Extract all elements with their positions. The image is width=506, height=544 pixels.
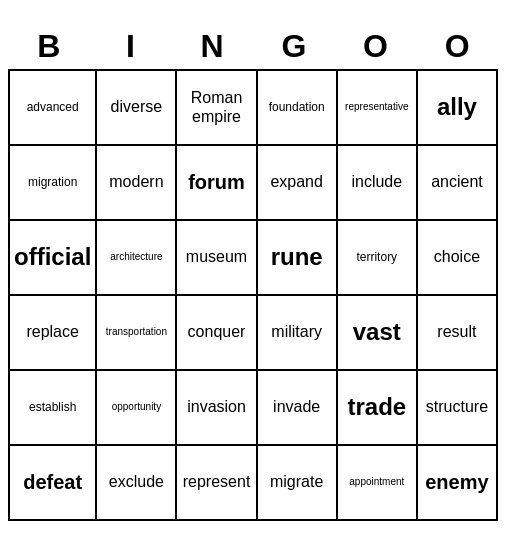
header-letter-n-2: N xyxy=(171,24,253,69)
bingo-cell-text-21: military xyxy=(271,322,322,341)
bingo-cell-22[interactable]: vast xyxy=(338,296,418,371)
bingo-cell-text-18: replace xyxy=(26,322,78,341)
bingo-header: BINGOO xyxy=(8,24,498,69)
bingo-cell-15[interactable]: rune xyxy=(258,221,338,296)
bingo-cell-text-32: represent xyxy=(183,472,251,491)
bingo-cell-8[interactable]: forum xyxy=(177,146,257,221)
bingo-cell-12[interactable]: official xyxy=(10,221,97,296)
bingo-cell-13[interactable]: architecture xyxy=(97,221,177,296)
bingo-cell-text-4: representative xyxy=(345,101,408,113)
bingo-cell-text-22: vast xyxy=(353,318,401,347)
bingo-cell-text-33: migrate xyxy=(270,472,323,491)
bingo-cell-21[interactable]: military xyxy=(258,296,338,371)
bingo-cell-text-23: result xyxy=(437,322,476,341)
bingo-cell-text-34: appointment xyxy=(349,476,404,488)
bingo-cell-text-3: foundation xyxy=(269,100,325,114)
bingo-cell-2[interactable]: Roman empire xyxy=(177,71,257,146)
header-letter-i-1: I xyxy=(90,24,172,69)
bingo-cell-text-30: defeat xyxy=(23,470,82,494)
bingo-cell-16[interactable]: territory xyxy=(338,221,418,296)
header-letter-b-0: B xyxy=(8,24,90,69)
bingo-cell-text-8: forum xyxy=(188,170,245,194)
bingo-cell-text-17: choice xyxy=(434,247,480,266)
bingo-cell-text-35: enemy xyxy=(425,470,488,494)
bingo-cell-3[interactable]: foundation xyxy=(258,71,338,146)
bingo-cell-text-25: opportunity xyxy=(112,401,161,413)
bingo-cell-24[interactable]: establish xyxy=(10,371,97,446)
bingo-cell-19[interactable]: transportation xyxy=(97,296,177,371)
bingo-cell-18[interactable]: replace xyxy=(10,296,97,371)
bingo-grid: advanceddiverseRoman empirefoundationrep… xyxy=(8,69,498,521)
bingo-cell-1[interactable]: diverse xyxy=(97,71,177,146)
bingo-cell-text-27: invade xyxy=(273,397,320,416)
bingo-cell-20[interactable]: conquer xyxy=(177,296,257,371)
bingo-cell-text-19: transportation xyxy=(106,326,167,338)
bingo-cell-28[interactable]: trade xyxy=(338,371,418,446)
header-letter-o-4: O xyxy=(335,24,417,69)
bingo-cell-text-14: museum xyxy=(186,247,247,266)
bingo-cell-35[interactable]: enemy xyxy=(418,446,498,521)
bingo-cell-14[interactable]: museum xyxy=(177,221,257,296)
bingo-cell-26[interactable]: invasion xyxy=(177,371,257,446)
bingo-cell-9[interactable]: expand xyxy=(258,146,338,221)
bingo-cell-5[interactable]: ally xyxy=(418,71,498,146)
bingo-card: BINGOO advanceddiverseRoman empirefounda… xyxy=(8,24,498,521)
bingo-cell-text-7: modern xyxy=(109,172,163,191)
bingo-cell-7[interactable]: modern xyxy=(97,146,177,221)
bingo-cell-text-5: ally xyxy=(437,93,477,122)
bingo-cell-11[interactable]: ancient xyxy=(418,146,498,221)
bingo-cell-31[interactable]: exclude xyxy=(97,446,177,521)
bingo-cell-25[interactable]: opportunity xyxy=(97,371,177,446)
bingo-cell-text-29: structure xyxy=(426,397,488,416)
bingo-cell-text-12: official xyxy=(14,243,91,272)
bingo-cell-23[interactable]: result xyxy=(418,296,498,371)
bingo-cell-33[interactable]: migrate xyxy=(258,446,338,521)
bingo-cell-text-13: architecture xyxy=(110,251,162,263)
bingo-cell-10[interactable]: include xyxy=(338,146,418,221)
bingo-cell-0[interactable]: advanced xyxy=(10,71,97,146)
bingo-cell-32[interactable]: represent xyxy=(177,446,257,521)
bingo-cell-text-26: invasion xyxy=(187,397,246,416)
bingo-cell-30[interactable]: defeat xyxy=(10,446,97,521)
bingo-cell-6[interactable]: migration xyxy=(10,146,97,221)
header-letter-o-5: O xyxy=(416,24,498,69)
bingo-cell-29[interactable]: structure xyxy=(418,371,498,446)
bingo-cell-text-2: Roman empire xyxy=(181,88,251,126)
bingo-cell-4[interactable]: representative xyxy=(338,71,418,146)
bingo-cell-text-1: diverse xyxy=(111,97,163,116)
bingo-cell-text-24: establish xyxy=(29,400,76,414)
bingo-cell-text-15: rune xyxy=(271,243,323,272)
bingo-cell-text-16: territory xyxy=(356,250,397,264)
bingo-cell-text-28: trade xyxy=(347,393,406,422)
bingo-cell-27[interactable]: invade xyxy=(258,371,338,446)
bingo-cell-text-11: ancient xyxy=(431,172,483,191)
header-letter-g-3: G xyxy=(253,24,335,69)
bingo-cell-text-6: migration xyxy=(28,175,77,189)
bingo-cell-text-10: include xyxy=(351,172,402,191)
bingo-cell-text-31: exclude xyxy=(109,472,164,491)
bingo-cell-text-0: advanced xyxy=(27,100,79,114)
bingo-cell-text-9: expand xyxy=(270,172,323,191)
bingo-cell-34[interactable]: appointment xyxy=(338,446,418,521)
bingo-cell-text-20: conquer xyxy=(188,322,246,341)
bingo-cell-17[interactable]: choice xyxy=(418,221,498,296)
